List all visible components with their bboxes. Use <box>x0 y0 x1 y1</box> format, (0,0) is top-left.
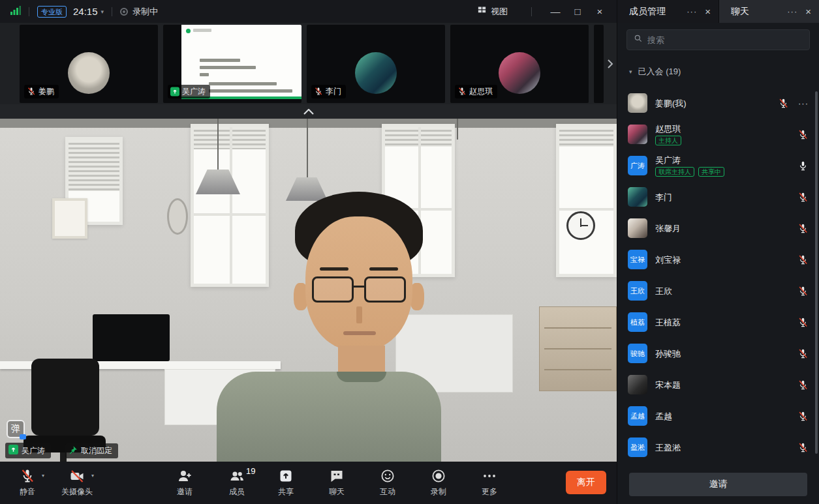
role-badge: 联席主持人 <box>655 167 694 177</box>
member-avatar <box>628 93 647 113</box>
main-video[interactable]: 弹 吴广涛 取消固定 <box>0 119 617 462</box>
participant-thumbnail-strip: 姜鹏 吴广涛李门赵思琪 <box>0 23 617 104</box>
mic-muted-icon[interactable] <box>797 223 809 234</box>
members-panel-close-button[interactable]: × <box>705 6 711 17</box>
toolbar-camera-off-button[interactable]: ▾关摄像头 <box>61 467 93 497</box>
participant-name-tag: 吴广涛 <box>168 85 210 98</box>
toolbar-button-label: 成员 <box>229 486 245 497</box>
minimize-button[interactable]: — <box>549 6 562 17</box>
member-row[interactable]: 姜鹏(我)··· <box>617 87 819 119</box>
member-avatar: 孟越 <box>628 406 647 426</box>
chat-panel-more-button[interactable]: ··· <box>787 7 797 16</box>
mic-muted-icon[interactable] <box>797 411 809 422</box>
member-row[interactable]: 骏驰孙骏驰 <box>617 338 819 369</box>
member-avatar <box>628 125 647 144</box>
member-name: 张馨月 <box>655 224 790 233</box>
mic-muted-icon[interactable] <box>797 129 809 140</box>
member-name: 姜鹏(我) <box>655 98 770 108</box>
share-arrow-icon <box>278 467 294 484</box>
participant-thumbnail[interactable]: 李门 <box>307 25 445 103</box>
joined-section-header[interactable]: ▾ 已入会 (19) <box>617 65 819 79</box>
close-button[interactable]: × <box>593 6 606 17</box>
member-name: 李门 <box>655 192 790 202</box>
member-row[interactable]: 宋本题 <box>617 369 819 400</box>
section-collapse-icon: ▾ <box>629 68 632 75</box>
speaker-shirt <box>217 372 441 462</box>
toolbar-share-arrow-button[interactable]: 共享 <box>278 467 294 497</box>
participant-avatar <box>68 52 110 94</box>
speaker-person <box>343 331 376 335</box>
mic-muted-icon[interactable] <box>797 286 809 297</box>
network-signal-icon <box>10 6 21 18</box>
participant-name-tag: 姜鹏 <box>24 85 59 98</box>
divider <box>531 7 532 16</box>
sidebar-scrollbar[interactable] <box>815 91 818 454</box>
participant-thumbnail[interactable]: 赵思琪 <box>450 25 589 103</box>
member-row[interactable]: 张馨月 <box>617 213 819 244</box>
strip-next-page-button[interactable] <box>605 54 615 74</box>
member-row[interactable]: 植荔王植荔 <box>617 306 819 338</box>
speaker-glasses <box>354 286 364 288</box>
member-row[interactable]: 广涛吴广涛联席主持人共享中 <box>617 150 819 181</box>
toolbar-chat-bubble-button[interactable]: 聊天 <box>329 467 345 497</box>
leave-meeting-button[interactable]: 离开 <box>566 471 606 494</box>
drawer-cabinet <box>539 306 617 391</box>
wall-art-frame <box>52 198 87 239</box>
caret-down-icon[interactable]: ▾ <box>91 473 94 479</box>
meeting-main-area: 专业版 24:15 ▾ 录制中 视图 — □ × 姜鹏 <box>0 0 617 504</box>
participant-thumbnail-partial[interactable] <box>594 25 604 103</box>
desktop-monitor <box>93 314 170 361</box>
toolbar-members-button[interactable]: 19成员 <box>229 467 245 497</box>
member-name: 王盈淞 <box>655 443 790 452</box>
joined-section-label: 已入会 (19) <box>638 66 681 78</box>
unpin-button[interactable]: 取消固定 <box>65 443 118 458</box>
toolbar-invite-person-button[interactable]: 邀请 <box>177 467 193 497</box>
unpin-label: 取消固定 <box>81 445 112 456</box>
participant-thumbnail[interactable]: 姜鹏 <box>20 25 158 103</box>
member-search-box[interactable] <box>626 29 810 50</box>
participant-thumbnail[interactable]: 吴广涛 <box>163 25 301 103</box>
member-avatar: 植荔 <box>628 312 647 332</box>
participant-avatar <box>355 52 397 94</box>
member-name: 王植荔 <box>655 318 790 327</box>
timer-caret-icon[interactable]: ▾ <box>101 8 104 15</box>
chat-panel-close-button[interactable]: × <box>805 6 811 17</box>
speaker-glasses <box>312 276 354 303</box>
member-row[interactable]: 赵思琪主持人 <box>617 119 819 150</box>
mic-muted-icon[interactable] <box>797 254 809 265</box>
chat-panel-header[interactable]: 聊天 ··· × <box>719 0 819 23</box>
member-row[interactable]: 盈淞王盈淞 <box>617 432 819 463</box>
invite-button[interactable]: 邀请 <box>629 473 807 496</box>
edition-badge: 专业版 <box>37 6 67 18</box>
member-avatar: 宝禄 <box>628 250 647 269</box>
chat-panel-title: 聊天 <box>731 6 749 18</box>
mic-muted-icon[interactable] <box>797 317 809 328</box>
maximize-button[interactable]: □ <box>571 6 584 17</box>
member-row[interactable]: 王欣王欣 <box>617 275 819 306</box>
participant-name-label: 姜鹏 <box>39 86 54 97</box>
toolbar-record-button[interactable]: 录制 <box>431 467 446 497</box>
mic-muted-icon[interactable] <box>797 442 809 453</box>
collapse-strip-button[interactable] <box>0 104 617 119</box>
members-panel-header: 成员管理 ··· × <box>617 0 719 23</box>
member-name: 孙骏驰 <box>655 349 790 359</box>
danmaku-toggle-button[interactable]: 弹 <box>7 420 25 438</box>
member-row[interactable]: 李门 <box>617 181 819 213</box>
caret-down-icon[interactable]: ▾ <box>42 473 44 479</box>
mic-muted-icon[interactable] <box>797 192 809 203</box>
member-avatar: 广涛 <box>628 156 647 175</box>
members-panel-more-button[interactable]: ··· <box>687 7 697 16</box>
search-input[interactable] <box>647 35 803 45</box>
member-more-button[interactable]: ··· <box>798 98 809 108</box>
participant-name-tag: 李门 <box>311 85 346 98</box>
mic-muted-icon[interactable] <box>778 98 789 109</box>
view-layout-button[interactable]: 视图 <box>477 5 508 18</box>
toolbar-mic-muted-button[interactable]: ▾静音 <box>20 467 35 497</box>
toolbar-smiley-button[interactable]: 互动 <box>380 467 395 497</box>
mic-muted-icon[interactable] <box>797 379 809 391</box>
mic-on-icon[interactable] <box>797 160 809 171</box>
mic-muted-icon[interactable] <box>797 348 809 359</box>
member-row[interactable]: 宝禄刘宝禄 <box>617 244 819 275</box>
member-row[interactable]: 孟越孟越 <box>617 400 819 432</box>
toolbar-more-dots-button[interactable]: 更多 <box>482 467 497 497</box>
